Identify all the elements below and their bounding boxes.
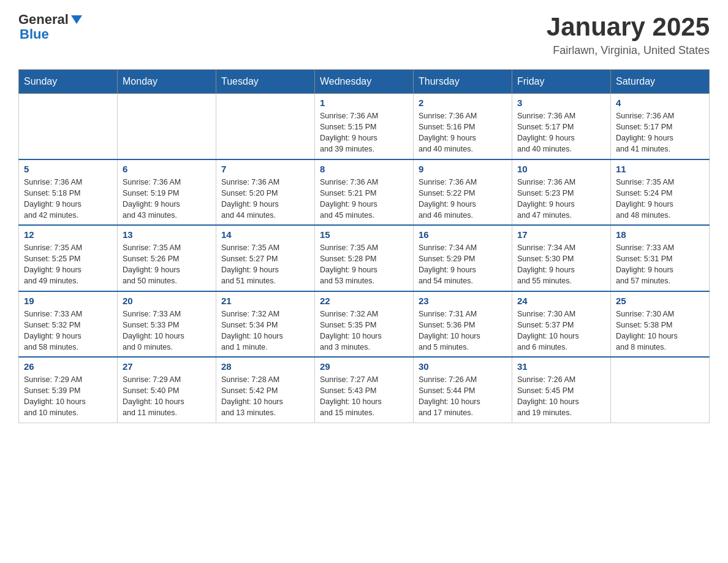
logo-general: General <box>18 12 69 27</box>
calendar-cell: 21Sunrise: 7:32 AM Sunset: 5:34 PM Dayli… <box>216 291 315 358</box>
calendar-cell: 23Sunrise: 7:31 AM Sunset: 5:36 PM Dayli… <box>414 291 512 358</box>
calendar-cell <box>19 94 118 159</box>
day-number: 16 <box>419 229 507 240</box>
day-number: 9 <box>419 164 507 174</box>
calendar-cell: 26Sunrise: 7:29 AM Sunset: 5:39 PM Dayli… <box>19 357 118 423</box>
calendar-cell: 25Sunrise: 7:30 AM Sunset: 5:38 PM Dayli… <box>611 291 710 358</box>
calendar-week-row: 5Sunrise: 7:36 AM Sunset: 5:18 PM Daylig… <box>19 159 710 226</box>
calendar-cell: 19Sunrise: 7:33 AM Sunset: 5:32 PM Dayli… <box>19 291 118 358</box>
day-info: Sunrise: 7:36 AM Sunset: 5:21 PM Dayligh… <box>320 177 408 221</box>
day-number: 3 <box>517 98 605 108</box>
day-info: Sunrise: 7:27 AM Sunset: 5:43 PM Dayligh… <box>320 374 408 419</box>
calendar-header-sunday: Sunday <box>19 70 118 94</box>
calendar-cell: 8Sunrise: 7:36 AM Sunset: 5:21 PM Daylig… <box>315 159 414 226</box>
day-info: Sunrise: 7:36 AM Sunset: 5:15 PM Dayligh… <box>320 110 408 155</box>
day-info: Sunrise: 7:35 AM Sunset: 5:26 PM Dayligh… <box>123 242 211 287</box>
day-number: 11 <box>616 164 704 174</box>
calendar-cell: 16Sunrise: 7:34 AM Sunset: 5:29 PM Dayli… <box>414 225 512 291</box>
calendar-cell: 31Sunrise: 7:26 AM Sunset: 5:45 PM Dayli… <box>512 357 611 423</box>
day-number: 20 <box>123 296 211 306</box>
day-info: Sunrise: 7:36 AM Sunset: 5:17 PM Dayligh… <box>616 110 704 155</box>
calendar-cell: 18Sunrise: 7:33 AM Sunset: 5:31 PM Dayli… <box>611 225 710 291</box>
day-number: 14 <box>221 229 309 240</box>
calendar-cell: 11Sunrise: 7:35 AM Sunset: 5:24 PM Dayli… <box>611 159 710 226</box>
calendar-cell: 6Sunrise: 7:36 AM Sunset: 5:19 PM Daylig… <box>118 159 216 226</box>
day-info: Sunrise: 7:34 AM Sunset: 5:30 PM Dayligh… <box>517 242 605 287</box>
calendar-table: SundayMondayTuesdayWednesdayThursdayFrid… <box>18 69 710 423</box>
day-info: Sunrise: 7:30 AM Sunset: 5:38 PM Dayligh… <box>616 308 704 353</box>
day-number: 27 <box>123 361 211 372</box>
calendar-cell: 7Sunrise: 7:36 AM Sunset: 5:20 PM Daylig… <box>216 159 315 226</box>
day-number: 29 <box>320 361 408 372</box>
month-title: January 2025 <box>547 12 710 42</box>
calendar-header-monday: Monday <box>118 70 216 94</box>
calendar-cell: 2Sunrise: 7:36 AM Sunset: 5:16 PM Daylig… <box>414 94 512 159</box>
day-number: 1 <box>320 98 408 108</box>
calendar-week-row: 1Sunrise: 7:36 AM Sunset: 5:15 PM Daylig… <box>19 94 710 159</box>
day-info: Sunrise: 7:35 AM Sunset: 5:27 PM Dayligh… <box>221 242 309 287</box>
day-info: Sunrise: 7:33 AM Sunset: 5:31 PM Dayligh… <box>616 242 704 287</box>
day-info: Sunrise: 7:36 AM Sunset: 5:22 PM Dayligh… <box>419 177 507 221</box>
day-info: Sunrise: 7:26 AM Sunset: 5:45 PM Dayligh… <box>517 374 605 419</box>
day-number: 8 <box>320 164 408 174</box>
day-info: Sunrise: 7:35 AM Sunset: 5:25 PM Dayligh… <box>24 242 112 287</box>
calendar-week-row: 12Sunrise: 7:35 AM Sunset: 5:25 PM Dayli… <box>19 225 710 291</box>
logo-blue: Blue <box>20 26 49 42</box>
day-info: Sunrise: 7:30 AM Sunset: 5:37 PM Dayligh… <box>517 308 605 353</box>
day-number: 25 <box>616 296 704 306</box>
logo: General Blue <box>18 12 82 42</box>
calendar-header-thursday: Thursday <box>414 70 512 94</box>
day-number: 13 <box>123 229 211 240</box>
day-info: Sunrise: 7:36 AM Sunset: 5:18 PM Dayligh… <box>24 177 112 221</box>
day-number: 2 <box>419 98 507 108</box>
day-info: Sunrise: 7:36 AM Sunset: 5:20 PM Dayligh… <box>221 177 309 221</box>
day-info: Sunrise: 7:33 AM Sunset: 5:32 PM Dayligh… <box>24 308 112 353</box>
day-number: 6 <box>123 164 211 174</box>
calendar-cell <box>611 357 710 423</box>
calendar-header-saturday: Saturday <box>611 70 710 94</box>
day-info: Sunrise: 7:31 AM Sunset: 5:36 PM Dayligh… <box>419 308 507 353</box>
day-info: Sunrise: 7:33 AM Sunset: 5:33 PM Dayligh… <box>123 308 211 353</box>
day-number: 19 <box>24 296 112 306</box>
calendar-cell: 1Sunrise: 7:36 AM Sunset: 5:15 PM Daylig… <box>315 94 414 159</box>
calendar-cell: 30Sunrise: 7:26 AM Sunset: 5:44 PM Dayli… <box>414 357 512 423</box>
day-info: Sunrise: 7:36 AM Sunset: 5:16 PM Dayligh… <box>419 110 507 155</box>
calendar-cell: 13Sunrise: 7:35 AM Sunset: 5:26 PM Dayli… <box>118 225 216 291</box>
day-number: 7 <box>221 164 309 174</box>
day-number: 17 <box>517 229 605 240</box>
day-number: 10 <box>517 164 605 174</box>
calendar-week-row: 19Sunrise: 7:33 AM Sunset: 5:32 PM Dayli… <box>19 291 710 358</box>
day-number: 24 <box>517 296 605 306</box>
day-number: 5 <box>24 164 112 174</box>
location-title: Fairlawn, Virginia, United States <box>547 44 710 57</box>
day-info: Sunrise: 7:35 AM Sunset: 5:28 PM Dayligh… <box>320 242 408 287</box>
calendar-cell: 4Sunrise: 7:36 AM Sunset: 5:17 PM Daylig… <box>611 94 710 159</box>
calendar-cell: 12Sunrise: 7:35 AM Sunset: 5:25 PM Dayli… <box>19 225 118 291</box>
day-number: 4 <box>616 98 704 108</box>
day-number: 21 <box>221 296 309 306</box>
day-number: 22 <box>320 296 408 306</box>
calendar-cell: 24Sunrise: 7:30 AM Sunset: 5:37 PM Dayli… <box>512 291 611 358</box>
day-info: Sunrise: 7:36 AM Sunset: 5:23 PM Dayligh… <box>517 177 605 221</box>
calendar-header-tuesday: Tuesday <box>216 70 315 94</box>
day-number: 18 <box>616 229 704 240</box>
day-info: Sunrise: 7:36 AM Sunset: 5:19 PM Dayligh… <box>123 177 211 221</box>
day-info: Sunrise: 7:36 AM Sunset: 5:17 PM Dayligh… <box>517 110 605 155</box>
day-info: Sunrise: 7:32 AM Sunset: 5:35 PM Dayligh… <box>320 308 408 353</box>
page-header: General Blue January 2025 Fairlawn, Virg… <box>18 12 710 57</box>
calendar-cell: 14Sunrise: 7:35 AM Sunset: 5:27 PM Dayli… <box>216 225 315 291</box>
calendar-cell <box>118 94 216 159</box>
day-number: 28 <box>221 361 309 372</box>
calendar-cell: 17Sunrise: 7:34 AM Sunset: 5:30 PM Dayli… <box>512 225 611 291</box>
day-number: 23 <box>419 296 507 306</box>
day-info: Sunrise: 7:29 AM Sunset: 5:40 PM Dayligh… <box>123 374 211 419</box>
day-info: Sunrise: 7:29 AM Sunset: 5:39 PM Dayligh… <box>24 374 112 419</box>
calendar-cell <box>216 94 315 159</box>
calendar-cell: 9Sunrise: 7:36 AM Sunset: 5:22 PM Daylig… <box>414 159 512 226</box>
calendar-cell: 15Sunrise: 7:35 AM Sunset: 5:28 PM Dayli… <box>315 225 414 291</box>
day-number: 12 <box>24 229 112 240</box>
day-number: 31 <box>517 361 605 372</box>
day-number: 15 <box>320 229 408 240</box>
calendar-cell: 5Sunrise: 7:36 AM Sunset: 5:18 PM Daylig… <box>19 159 118 226</box>
day-info: Sunrise: 7:26 AM Sunset: 5:44 PM Dayligh… <box>419 374 507 419</box>
